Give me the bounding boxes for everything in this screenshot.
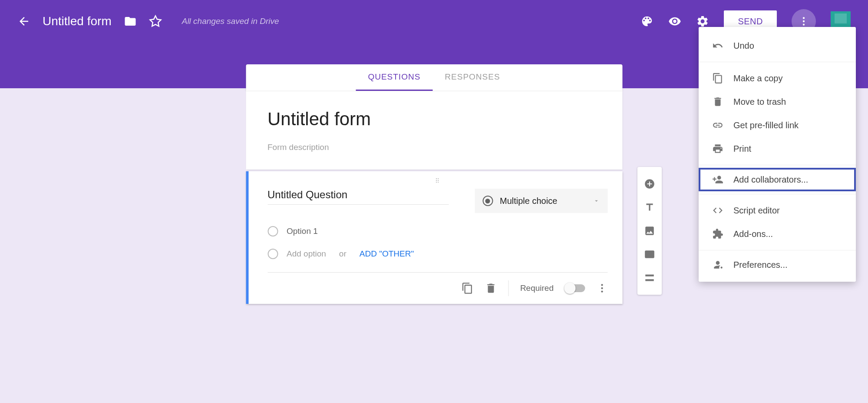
- menu-move-trash[interactable]: Move to trash: [699, 90, 856, 113]
- code-icon: [712, 205, 724, 216]
- copy-icon: [712, 73, 724, 84]
- add-section-icon[interactable]: [644, 266, 655, 290]
- question-card[interactable]: ⠿ Untitled Question Multiple choice Opti…: [246, 171, 622, 304]
- trash-icon: [712, 96, 724, 107]
- divider: [699, 62, 856, 62]
- or-label: or: [339, 249, 347, 259]
- radio-button-checked-icon: [482, 196, 493, 206]
- menu-print[interactable]: Print: [699, 137, 856, 160]
- print-icon: [712, 143, 724, 154]
- question-title-input[interactable]: Untitled Question: [267, 189, 449, 205]
- menu-make-copy[interactable]: Make a copy: [699, 67, 856, 90]
- svg-point-3: [601, 284, 603, 286]
- add-question-icon[interactable]: [644, 172, 655, 196]
- save-status: All changes saved in Drive: [182, 17, 279, 26]
- add-option-button[interactable]: Add option: [287, 249, 326, 259]
- delete-icon[interactable]: [485, 282, 497, 294]
- divider: [699, 250, 856, 250]
- divider: [699, 194, 856, 194]
- drag-handle-icon[interactable]: ⠿: [267, 177, 607, 184]
- add-title-icon[interactable]: [644, 196, 655, 219]
- add-option-row: Add option or ADD "OTHER": [267, 249, 607, 259]
- menu-label: Undo: [733, 41, 754, 51]
- undo-icon: [712, 40, 724, 51]
- svg-point-2: [803, 23, 805, 25]
- svg-point-5: [601, 290, 603, 292]
- form-header-card: Untitled form Form description: [246, 91, 622, 170]
- person-settings-icon: [712, 259, 724, 270]
- menu-label: Script editor: [733, 206, 780, 216]
- menu-label: Make a copy: [733, 73, 782, 83]
- preview-eye-icon[interactable]: [668, 15, 681, 28]
- add-image-icon[interactable]: [644, 219, 655, 243]
- divider: [699, 165, 856, 165]
- menu-undo[interactable]: Undo: [699, 34, 856, 57]
- palette-icon[interactable]: [640, 15, 653, 28]
- menu-add-collaborators[interactable]: Add collaborators...: [699, 168, 856, 191]
- tab-questions[interactable]: QUESTIONS: [356, 64, 432, 91]
- tab-responses[interactable]: RESPONSES: [432, 64, 512, 91]
- star-icon[interactable]: [149, 15, 162, 28]
- radio-unchecked-icon: [267, 226, 278, 236]
- menu-addons[interactable]: Add-ons...: [699, 222, 856, 246]
- question-footer: Required: [267, 272, 607, 296]
- more-dropdown-menu: Undo Make a copy Move to trash Get pre-f…: [699, 27, 856, 282]
- extension-icon: [712, 228, 724, 240]
- required-toggle[interactable]: [565, 284, 585, 292]
- menu-script-editor[interactable]: Script editor: [699, 199, 856, 222]
- menu-label: Add collaborators...: [733, 175, 808, 185]
- required-label: Required: [520, 283, 554, 293]
- option-row-1[interactable]: Option 1: [267, 226, 607, 236]
- question-type-dropdown[interactable]: Multiple choice: [475, 189, 607, 213]
- menu-label: Move to trash: [733, 97, 786, 107]
- svg-point-1: [803, 20, 805, 22]
- question-type-label: Multiple choice: [500, 196, 586, 206]
- form-title-input[interactable]: Untitled form: [267, 109, 601, 130]
- menu-label: Add-ons...: [733, 229, 773, 239]
- form-description-input[interactable]: Form description: [267, 143, 601, 152]
- form-editor: QUESTIONS RESPONSES Untitled form Form d…: [246, 64, 622, 304]
- dropdown-arrow-icon: [593, 197, 600, 204]
- option-text[interactable]: Option 1: [287, 226, 318, 236]
- menu-label: Print: [733, 144, 751, 154]
- add-person-icon: [712, 174, 724, 185]
- menu-label: Preferences...: [733, 260, 788, 270]
- floating-toolbar: [637, 167, 662, 295]
- menu-preferences[interactable]: Preferences...: [699, 253, 856, 276]
- add-video-icon[interactable]: [644, 243, 655, 266]
- add-other-button[interactable]: ADD "OTHER": [360, 249, 414, 259]
- folder-icon[interactable]: [124, 15, 137, 28]
- svg-point-4: [601, 287, 603, 289]
- radio-unchecked-icon: [267, 249, 278, 259]
- svg-point-0: [803, 17, 805, 19]
- settings-gear-icon[interactable]: [696, 15, 709, 28]
- divider: [508, 280, 509, 296]
- link-icon: [712, 120, 724, 131]
- menu-label: Get pre-filled link: [733, 120, 799, 130]
- question-more-icon[interactable]: [596, 283, 607, 294]
- duplicate-icon[interactable]: [462, 282, 474, 294]
- back-arrow-icon[interactable]: [17, 15, 30, 28]
- header-form-title[interactable]: Untitled form: [43, 14, 112, 28]
- menu-prefilled-link[interactable]: Get pre-filled link: [699, 113, 856, 137]
- tabs-bar: QUESTIONS RESPONSES: [246, 64, 622, 91]
